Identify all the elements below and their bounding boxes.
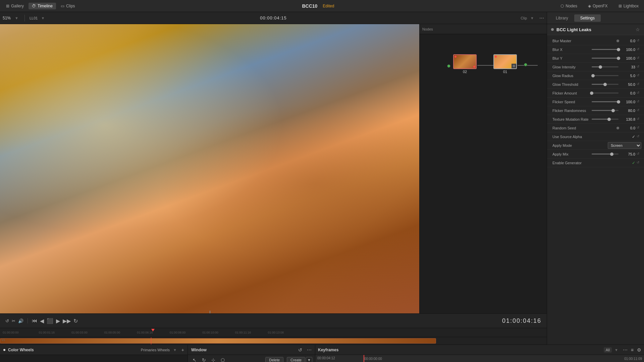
apply-mode-select[interactable]: Screen Add Multiply Overlay (608, 142, 641, 149)
glow-intensity-thumb[interactable] (599, 65, 602, 69)
blur-x-reset[interactable]: ↺ (637, 47, 641, 52)
audio-icon[interactable]: 🔊 (18, 318, 23, 323)
keyframes-settings-icon[interactable]: ⚙ (637, 347, 641, 353)
glow-threshold-thumb[interactable] (603, 83, 607, 86)
glow-radius-slider[interactable] (592, 75, 619, 76)
library-tab[interactable]: Library (550, 14, 574, 22)
settings-tab[interactable]: Settings (574, 14, 601, 22)
timeline-track[interactable]: V1 (0, 337, 547, 345)
stop-btn[interactable]: ⬛ (47, 318, 53, 324)
keyframes-all-btn[interactable]: All (604, 347, 612, 353)
skip-to-start-btn[interactable]: ⏮ (32, 318, 37, 324)
glow-radius-value[interactable]: 5.0 (621, 74, 635, 78)
lightbox-btn[interactable]: ⊞ Lightbox (616, 3, 641, 9)
texture-mutation-thumb[interactable] (607, 118, 611, 121)
use-source-alpha-reset[interactable]: ↺ (637, 134, 641, 139)
window-tool-cursor[interactable]: ↖ (191, 356, 199, 362)
flicker-speed-value[interactable]: 100.0 (621, 100, 635, 104)
blur-master-reset[interactable]: ↺ (637, 39, 641, 43)
video-preview (0, 24, 419, 313)
node2-label: 01 (503, 70, 507, 74)
apply-mix-thumb[interactable] (610, 153, 613, 156)
glow-threshold-value[interactable]: 50.0 (621, 82, 635, 86)
flicker-amount-reset[interactable]: ↺ (637, 91, 641, 96)
blur-y-slider[interactable] (592, 58, 619, 59)
step-back-btn[interactable]: ◀ (40, 318, 44, 324)
lut-selector[interactable]: LL01 (30, 16, 38, 20)
nodes-icon: ⬡ (560, 4, 564, 8)
flicker-randomness-thumb[interactable] (611, 109, 615, 112)
flicker-amount-value[interactable]: 0.0 (621, 91, 635, 95)
texture-mutation-reset[interactable]: ↺ (637, 117, 641, 122)
random-seed-reset[interactable]: ↺ (637, 126, 641, 130)
flicker-speed-slider[interactable] (592, 101, 619, 102)
glow-radius-reset[interactable]: ↺ (637, 73, 641, 78)
blur-x-value[interactable]: 100.0 (621, 48, 635, 52)
apply-mix-value[interactable]: 75.0 (621, 152, 635, 156)
blur-x-thumb[interactable] (617, 48, 620, 51)
blur-y-reset[interactable]: ↺ (637, 56, 641, 61)
blur-y-value[interactable]: 100.0 (621, 56, 635, 60)
apply-mix-slider[interactable] (592, 154, 619, 155)
blur-master-thumb[interactable] (616, 40, 619, 42)
timeline-ruler: 01:00:00:00 01:00:01:16 01:00:03:00 01:0… (0, 328, 547, 337)
repeat-btn[interactable]: ↻ (73, 318, 78, 324)
window-panel: Window ↺ ⋯ ↖ ↻ ⊹ ⬡ Delete Create ▼ □ ○ ✏… (188, 345, 315, 362)
glow-intensity-reset[interactable]: ↺ (637, 65, 641, 69)
more-options-icon[interactable]: ⋯ (539, 15, 544, 21)
window-tool-select[interactable]: ⊹ (209, 356, 217, 362)
window-tool-rotate[interactable]: ↻ (200, 356, 208, 362)
apply-mix-reset[interactable]: ↺ (637, 152, 641, 157)
texture-mutation-slider[interactable] (592, 119, 619, 120)
glow-intensity-value[interactable]: 33 (621, 65, 635, 69)
clips-nav-btn[interactable]: ▭ Clips (57, 3, 78, 9)
blur-y-thumb[interactable] (617, 57, 620, 60)
blur-x-slider[interactable] (592, 49, 619, 50)
window-create-dropdown[interactable]: ▼ (306, 357, 312, 362)
window-refresh-icon[interactable]: ↺ (298, 347, 302, 353)
flicker-speed-reset[interactable]: ↺ (637, 100, 641, 104)
color-wheels-add-icon[interactable]: + (181, 347, 184, 353)
loop-icon[interactable]: ↺ (5, 318, 9, 323)
window-tool-mask[interactable]: ⬡ (219, 356, 227, 362)
flicker-randomness-reset[interactable]: ↺ (637, 108, 641, 113)
random-seed-thumb[interactable] (616, 127, 619, 129)
playback-controls: ↺ ✂ 🔊 ⏮ ◀ ⬛ ▶ ▶▶ ↻ 01:00:04:16 (0, 313, 547, 328)
glow-radius-thumb[interactable] (591, 74, 595, 77)
step-forward-btn[interactable]: ▶▶ (63, 318, 71, 324)
nodes-btn[interactable]: ⬡ Nodes (558, 3, 580, 9)
cut-icon[interactable]: ✂ (12, 318, 15, 323)
param-flicker-amount: Flicker Amount 0.0 ↺ (547, 89, 644, 98)
flicker-randomness-slider[interactable] (592, 110, 619, 111)
timecode-main: 01:00:04:16 (502, 317, 541, 324)
flicker-amount-slider[interactable] (592, 93, 619, 94)
enable-generator-reset[interactable]: ↺ (637, 161, 641, 165)
keyframes-bars-icon[interactable]: ≡ (631, 347, 634, 353)
flicker-amount-thumb[interactable] (590, 92, 593, 95)
keyframes-more-icon[interactable]: ⋯ (623, 347, 628, 353)
blur-master-value[interactable]: 0.0 (621, 39, 635, 43)
glow-threshold-slider[interactable] (592, 84, 619, 85)
glow-intensity-slider[interactable] (592, 66, 619, 67)
window-create-btn[interactable]: Create (287, 357, 305, 362)
primaries-label[interactable]: Primaries Wheels (141, 348, 170, 352)
gallery-nav-btn[interactable]: ⊞ Gallery (3, 3, 27, 9)
play-btn[interactable]: ▶ (56, 318, 60, 324)
param-blur-x: Blur X 100.0 ↺ (547, 45, 644, 54)
window-delete-btn[interactable]: Delete (265, 357, 283, 362)
node-card-01[interactable]: ⚙ 01 (493, 54, 517, 74)
effect-star-icon[interactable]: ☆ (636, 27, 640, 32)
flicker-speed-thumb[interactable] (617, 100, 620, 104)
window-more-icon[interactable]: ⋯ (307, 347, 312, 353)
nodes-label: Nodes (566, 4, 577, 8)
glow-threshold-reset[interactable]: ↺ (637, 82, 641, 87)
openfx-btn[interactable]: ◈ OpenFX (585, 3, 610, 9)
timeline-nav-btn[interactable]: ⏱ Timeline (29, 3, 56, 9)
node-card-02[interactable]: 02 (453, 54, 477, 74)
zoom-level[interactable]: 51% (3, 16, 11, 20)
flicker-randomness-value[interactable]: 80.0 (621, 109, 635, 113)
timeline-clip[interactable] (0, 338, 436, 344)
texture-mutation-value[interactable]: 130.8 (621, 117, 635, 121)
random-seed-value[interactable]: 0.0 (621, 126, 635, 130)
lightbox-icon: ⊞ (619, 4, 622, 8)
